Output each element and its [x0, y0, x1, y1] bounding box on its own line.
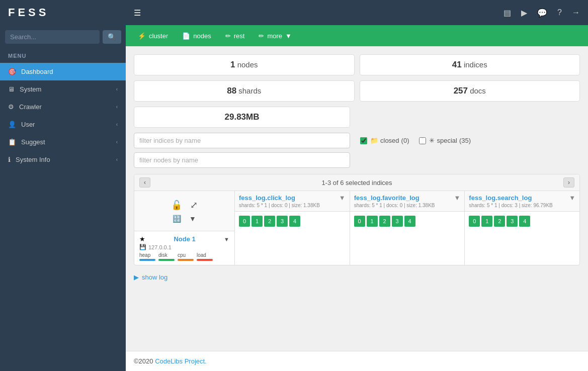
shard-1-3[interactable]: 3: [392, 216, 403, 227]
index-col-1: fess_log.favorite_log ▼ shards: 5 * 1 | …: [350, 191, 465, 265]
sidebar-item-user[interactable]: 👤 User ‹: [0, 116, 126, 133]
more-dropdown-icon: ▼: [285, 32, 292, 40]
dashboard-icon: 🎯: [8, 68, 16, 75]
menu-label: MENU: [0, 49, 126, 63]
shard-row-0: 0 1 2 3 4: [235, 212, 350, 231]
index-dropdown-2[interactable]: ▼: [569, 194, 575, 202]
chat-icon[interactable]: 💬: [537, 8, 547, 18]
footer: ©2020 CodeLibs Project.: [126, 351, 588, 371]
next-button[interactable]: ›: [563, 177, 574, 188]
logo: FESS: [0, 0, 126, 25]
index-col-2: fess_log.search_log ▼ shards: 5 * 1 | do…: [465, 191, 579, 265]
index-name-link-2[interactable]: fess_log.search_log: [469, 194, 532, 202]
system-icon: 🖥: [8, 85, 15, 93]
shard-2-2[interactable]: 2: [494, 216, 505, 227]
index-name-link-0[interactable]: fess_log.click_log: [239, 194, 295, 202]
sort-down-icon[interactable]: ▼: [189, 215, 196, 223]
shard-0-4[interactable]: 4: [289, 216, 300, 227]
show-log-link[interactable]: ▶ show log: [134, 273, 580, 281]
play-icon[interactable]: ▶: [521, 8, 527, 18]
cluster-tab-icon: ⚡: [138, 32, 146, 40]
index-header-0: fess_log.click_log ▼ shards: 5 * 1 | doc…: [235, 191, 350, 212]
shard-0-0[interactable]: 0: [239, 216, 250, 227]
shard-1-1[interactable]: 1: [367, 216, 378, 227]
stats-row-1: 1 nodes 41 indices: [134, 54, 580, 75]
heap-label: heap: [139, 252, 150, 258]
shard-2-0[interactable]: 0: [469, 216, 480, 227]
hamburger-icon[interactable]: ☰: [134, 8, 141, 18]
chevron-icon: ‹: [116, 122, 118, 127]
grid-icon[interactable]: ▤: [503, 8, 511, 18]
size-row: 29.83MB: [134, 107, 580, 128]
shards-label: shards: [238, 86, 261, 95]
index-dropdown-1[interactable]: ▼: [454, 194, 460, 202]
index-dropdown-0[interactable]: ▼: [339, 194, 346, 202]
node-name-link[interactable]: Node 1: [174, 235, 195, 243]
app-title: FESS: [8, 6, 49, 19]
more-tab-label: more: [267, 32, 282, 40]
tab-cluster[interactable]: ⚡ cluster: [131, 27, 175, 45]
table-pagination: ‹ 1-3 of 6 selected indices ›: [134, 174, 579, 191]
folder-icon: 📁: [370, 137, 378, 144]
node-ip: 💾 127.0.0.1: [139, 244, 229, 250]
footer-link[interactable]: CodeLibs Project.: [155, 357, 207, 365]
search-button[interactable]: 🔍: [103, 30, 121, 44]
shard-1-2[interactable]: 2: [379, 216, 390, 227]
special-label[interactable]: ✳ special (35): [429, 137, 471, 144]
sidebar: FESS 🔍 MENU 🎯 Dashboard 🖥 System ‹ ⚙ Cra…: [0, 0, 126, 371]
shard-1-4[interactable]: 4: [404, 216, 415, 227]
shard-0-2[interactable]: 2: [264, 216, 275, 227]
sidebar-item-label: Crawler: [19, 103, 42, 111]
table-body: 🔓 ⤢ 🔡 ▼ ★ Node 1 ▼: [134, 191, 579, 265]
sidebar-item-system-info[interactable]: ℹ System Info ‹: [0, 151, 126, 168]
sidebar-item-suggest[interactable]: 📋 Suggest ‹: [0, 133, 126, 151]
load-bar: [197, 259, 213, 261]
shard-0-1[interactable]: 1: [251, 216, 263, 227]
shard-2-4[interactable]: 4: [519, 216, 530, 227]
cluster-tab-label: cluster: [149, 32, 168, 40]
rest-tab-icon: ✏: [225, 32, 231, 40]
tab-rest[interactable]: ✏ rest: [218, 27, 252, 45]
asterisk-icon: ✳: [429, 137, 435, 144]
nav-tabs: ⚡ cluster 📄 nodes ✏ rest ✏ more ▼: [126, 25, 588, 46]
indices-stat: 41 indices: [360, 54, 580, 75]
filter-indices-input[interactable]: [134, 133, 350, 148]
shards-count: 88: [227, 86, 236, 96]
filter-nodes-input[interactable]: [134, 152, 350, 168]
closed-label[interactable]: 📁 closed (0): [370, 137, 409, 144]
node-column-header: 🔓 ⤢ 🔡 ▼: [134, 191, 234, 231]
chevron-icon: ‹: [116, 139, 118, 145]
special-checkbox[interactable]: [419, 137, 426, 144]
sidebar-item-crawler[interactable]: ⚙ Crawler ‹: [0, 98, 126, 116]
shard-0-3[interactable]: 3: [277, 216, 288, 227]
index-header-1: fess_log.favorite_log ▼ shards: 5 * 1 | …: [350, 191, 465, 212]
log-icon: ▶: [134, 273, 139, 281]
chevron-icon: ‹: [116, 157, 118, 162]
tab-more[interactable]: ✏ more ▼: [251, 27, 299, 45]
shard-2-3[interactable]: 3: [507, 216, 518, 227]
logout-icon[interactable]: →: [572, 8, 580, 17]
help-icon[interactable]: ?: [557, 8, 562, 17]
cpu-label: cpu: [178, 252, 186, 258]
index-name-link-1[interactable]: fess_log.favorite_log: [354, 194, 419, 202]
system-info-icon: ℹ: [8, 156, 11, 163]
index-meta-0: shards: 5 * 1 | docs: 0 | size: 1.38KB: [239, 203, 346, 208]
disk-label: disk: [158, 252, 167, 258]
user-icon: 👤: [8, 121, 16, 128]
more-tab-icon: ✏: [259, 32, 264, 40]
sidebar-item-dashboard[interactable]: 🎯 Dashboard: [0, 63, 126, 80]
sort-az-icon[interactable]: 🔡: [173, 215, 181, 223]
tab-nodes[interactable]: 📄 nodes: [175, 27, 218, 45]
sidebar-item-system[interactable]: 🖥 System ‹: [0, 80, 126, 98]
filter-nodes-row: [134, 152, 580, 168]
search-input[interactable]: [5, 30, 100, 44]
shard-row-2: 0 1 2 3 4: [465, 212, 579, 231]
sidebar-search-area: 🔍: [0, 25, 126, 49]
shard-2-1[interactable]: 1: [481, 216, 492, 227]
closed-checkbox[interactable]: [360, 137, 367, 144]
node-dropdown-icon[interactable]: ▼: [224, 236, 229, 242]
nodes-count: 1: [230, 60, 235, 69]
shard-1-0[interactable]: 0: [354, 216, 365, 227]
prev-button[interactable]: ‹: [139, 177, 150, 188]
expand-icon[interactable]: ⤢: [190, 200, 198, 211]
